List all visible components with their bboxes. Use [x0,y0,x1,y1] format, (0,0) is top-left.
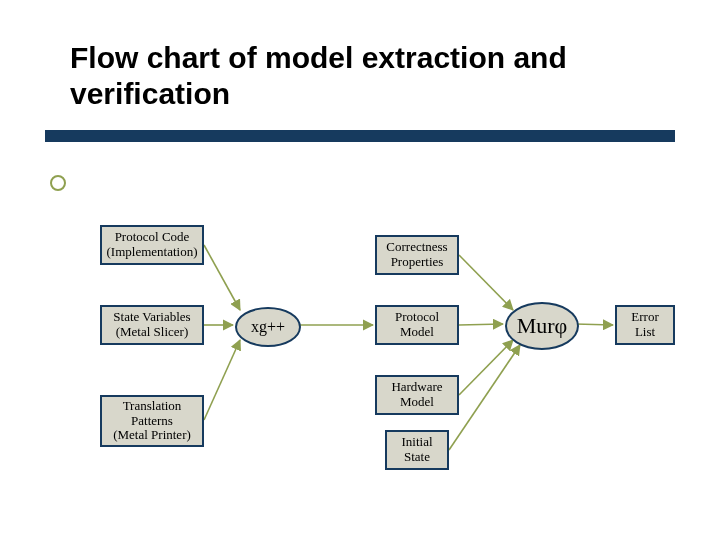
node-state-variables: State Variables(Metal Slicer) [100,305,204,345]
node-error-list: ErrorList [615,305,675,345]
label: Protocol Code(Implementation) [107,230,198,260]
svg-line-6 [459,340,513,395]
bullet-icon [50,175,66,191]
node-protocol-code: Protocol Code(Implementation) [100,225,204,265]
node-translation-patterns: TranslationPatterns(Metal Printer) [100,395,204,447]
label: Murφ [517,313,568,339]
node-protocol-model: ProtocolModel [375,305,459,345]
title-underline [45,130,675,142]
svg-line-7 [449,345,520,450]
label: HardwareModel [391,380,442,410]
label: xg++ [251,318,285,336]
label: InitialState [401,435,432,465]
label: CorrectnessProperties [386,240,447,270]
label: TranslationPatterns(Metal Printer) [113,399,191,444]
node-mur: Murφ [505,302,579,350]
svg-line-0 [204,245,240,310]
svg-line-8 [575,324,613,325]
node-correctness-properties: CorrectnessProperties [375,235,459,275]
label: ErrorList [631,310,658,340]
node-xgpp: xg++ [235,307,301,347]
node-initial-state: InitialState [385,430,449,470]
label: ProtocolModel [395,310,439,340]
svg-line-2 [204,340,240,420]
svg-line-4 [459,255,513,310]
label: State Variables(Metal Slicer) [113,310,190,340]
slide-title: Flow chart of model extraction and verif… [70,40,670,112]
svg-line-5 [459,324,503,325]
node-hardware-model: HardwareModel [375,375,459,415]
